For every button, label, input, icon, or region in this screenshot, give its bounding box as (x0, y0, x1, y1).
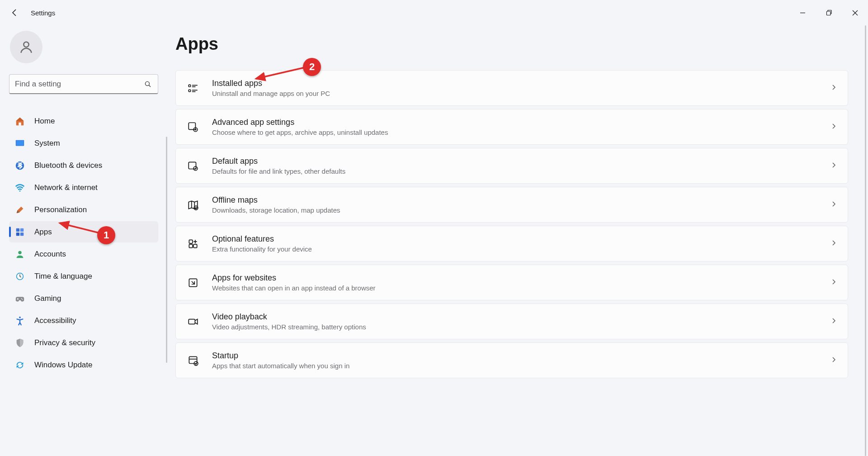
installed-apps-icon (187, 82, 199, 95)
sidebar: Home System Bluetooth & devices Network … (0, 25, 167, 456)
svg-rect-14 (20, 232, 24, 235)
annotation-badge-1: 1 (97, 226, 115, 244)
sidebar-item-label: Personalization (34, 205, 87, 214)
card-title: Optional features (212, 234, 818, 244)
sidebar-item-system[interactable]: System (9, 133, 158, 154)
svg-rect-11 (16, 228, 19, 231)
card-startup[interactable]: Startup Apps that start automatically wh… (175, 342, 848, 378)
card-video-playback[interactable]: Video playback Video adjustments, HDR st… (175, 304, 848, 339)
sidebar-item-accessibility[interactable]: Accessibility (9, 310, 158, 331)
card-offline-maps[interactable]: Offline maps Downloads, storage location… (175, 187, 848, 223)
update-icon (14, 360, 25, 370)
svg-rect-13 (16, 232, 19, 235)
advanced-icon (187, 121, 199, 133)
titlebar: Settings (0, 0, 868, 25)
card-advanced-app-settings[interactable]: Advanced app settings Choose where to ge… (175, 109, 848, 145)
svg-point-20 (19, 316, 21, 318)
main: Apps Installed apps Uninstall and manage… (167, 25, 868, 456)
chevron-right-icon (830, 279, 837, 287)
startup-icon (187, 354, 199, 367)
svg-rect-33 (189, 244, 193, 248)
sidebar-item-bluetooth[interactable]: Bluetooth & devices (9, 155, 158, 176)
card-text: Offline maps Downloads, storage location… (212, 195, 818, 214)
accessibility-icon (14, 315, 25, 326)
sidebar-item-label: Time & language (34, 272, 92, 281)
maximize-button[interactable] (816, 4, 842, 22)
main-scroll[interactable] (865, 25, 866, 456)
sidebar-item-update[interactable]: Windows Update (9, 354, 158, 375)
sidebar-item-label: System (34, 139, 60, 148)
annotation-arrow-2 (250, 65, 311, 83)
card-sub: Extra functionality for your device (212, 245, 818, 253)
card-title: Apps for websites (212, 273, 818, 283)
svg-point-10 (19, 190, 21, 191)
svg-rect-22 (189, 90, 190, 91)
close-button[interactable] (842, 4, 868, 22)
svg-rect-29 (189, 162, 196, 169)
network-icon (14, 182, 25, 193)
card-title: Advanced app settings (212, 118, 818, 127)
svg-line-6 (149, 85, 151, 87)
window-title: Settings (31, 9, 55, 17)
svg-rect-21 (189, 85, 190, 86)
chevron-right-icon (830, 162, 837, 170)
time-icon (14, 271, 25, 282)
cards: Installed apps Uninstall and manage apps… (175, 70, 855, 378)
sidebar-item-personalization[interactable]: Personalization (9, 199, 158, 220)
card-text: Advanced app settings Choose where to ge… (212, 118, 818, 136)
minimize-button[interactable] (789, 4, 816, 22)
svg-rect-8 (16, 140, 24, 145)
personalization-icon (14, 204, 25, 215)
video-playback-icon (187, 315, 199, 328)
annotation-badge-2: 2 (303, 58, 321, 76)
sidebar-item-home[interactable]: Home (9, 110, 158, 132)
system-icon (14, 138, 25, 149)
card-sub: Choose where to get apps, archive apps, … (212, 128, 818, 136)
avatar[interactable] (10, 31, 42, 63)
sidebar-item-privacy[interactable]: Privacy & security (9, 332, 158, 353)
chevron-right-icon (830, 201, 837, 209)
sidebar-item-accounts[interactable]: Accounts (9, 243, 158, 265)
sidebar-item-label: Apps (34, 228, 52, 237)
offline-maps-icon (187, 199, 199, 211)
card-sub: Apps that start automatically when you s… (212, 362, 818, 370)
sidebar-item-network[interactable]: Network & internet (9, 177, 158, 198)
chevron-right-icon (830, 356, 837, 365)
page-title: Apps (175, 34, 855, 54)
search-button[interactable] (140, 76, 156, 92)
home-icon (14, 116, 25, 127)
search-wrap (9, 74, 158, 94)
sidebar-item-label: Accessibility (34, 316, 76, 325)
card-apps-for-websites[interactable]: Apps for websites Websites that can open… (175, 265, 848, 300)
sidebar-item-gaming[interactable]: Gaming (9, 288, 158, 309)
sidebar-item-label: Bluetooth & devices (34, 161, 102, 170)
privacy-icon (14, 337, 25, 348)
svg-point-4 (24, 42, 28, 47)
sidebar-item-label: Network & internet (34, 183, 98, 192)
back-button[interactable] (9, 7, 20, 18)
card-text: Default apps Defaults for file and link … (212, 157, 818, 175)
card-sub: Downloads, storage location, map updates (212, 206, 818, 214)
nav: Home System Bluetooth & devices Network … (9, 110, 158, 375)
card-text: Video playback Video adjustments, HDR st… (212, 312, 818, 331)
sidebar-item-label: Home (34, 117, 55, 126)
svg-point-19 (22, 299, 23, 299)
gaming-icon (14, 293, 25, 304)
card-title: Video playback (212, 312, 818, 322)
chevron-right-icon (830, 84, 837, 92)
card-optional-features[interactable]: Optional features Extra functionality fo… (175, 226, 848, 261)
sidebar-item-time[interactable]: Time & language (9, 266, 158, 287)
default-apps-icon (187, 160, 199, 172)
optional-features-icon (187, 238, 199, 250)
chevron-right-icon (830, 318, 837, 326)
window-controls (789, 4, 868, 22)
svg-point-18 (21, 298, 22, 299)
card-title: Default apps (212, 157, 818, 166)
card-default-apps[interactable]: Default apps Defaults for file and link … (175, 148, 848, 184)
svg-rect-32 (189, 240, 193, 243)
annotation-arrow-1 (54, 219, 104, 238)
search-input[interactable] (9, 74, 158, 94)
svg-rect-36 (189, 319, 195, 324)
accounts-icon (14, 249, 25, 260)
titlebar-left: Settings (9, 7, 55, 18)
